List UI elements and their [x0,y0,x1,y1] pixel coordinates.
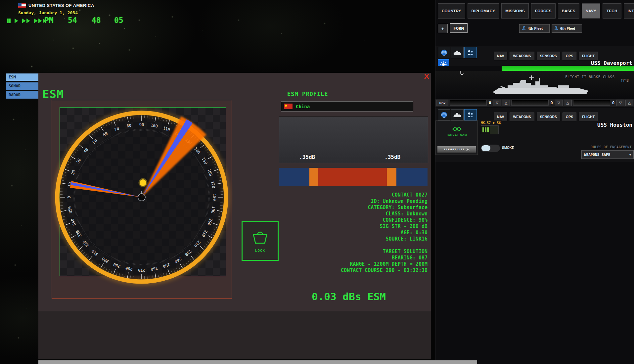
spinner-up-button[interactable]: △ [564,100,572,106]
spinner-slider[interactable] [511,100,548,106]
spinner-groups: 0 ▽ △ 0 ▽ △ [450,100,633,106]
ship-view-button[interactable] [451,47,464,58]
crew-button[interactable] [464,109,477,120]
spinner-down-button[interactable]: ▽ [555,100,563,106]
country-name: UNITED STATES OF AMERICA [28,3,94,8]
lock-target-button[interactable]: LOCK [242,221,279,261]
spinner-value: 0 [488,101,492,105]
add-group-button[interactable]: + [438,24,448,33]
crew-icon [467,112,475,118]
ammo-indicator [481,125,499,134]
spinner-value: 0 [611,101,615,105]
esm-window: X ESM 0102030405060708090100110120130140… [38,73,431,359]
eye-icon [452,126,462,132]
spinner-up-button[interactable]: △ [502,100,510,106]
ship-tab[interactable]: WEAPONS [510,113,534,121]
signal-bar-segment [387,168,396,186]
nav-mode-button[interactable] [438,109,450,120]
spinner-down-button[interactable]: ▽ [493,100,501,106]
spinner-slider[interactable] [573,100,610,106]
ship-name-houston: USS Houston [597,122,632,128]
contact-info-line: CONFIDENCE: 90% [269,217,428,223]
contact-info-block: CONTACT 0027ID: Unknown PendingCATEGORY:… [269,192,428,274]
spinner-down-button[interactable]: ▽ [616,100,624,106]
anchor-icon [554,26,559,31]
ship-tab[interactable]: OPS [563,52,576,60]
ship-class-text: FLIGHT II BURKE CLASS [565,75,615,79]
close-icon[interactable]: X [424,73,429,80]
contact-info-line: BEARING: 087 [269,255,428,261]
contact-info-line: CONTACT 0027 [269,192,428,198]
crew-button[interactable] [464,47,477,58]
ship-tab[interactable]: FLIGHT [579,52,598,60]
bearing-dial[interactable]: 0102030405060708090100110120130140150160… [47,103,236,292]
ship-tab[interactable]: NAV [494,52,507,60]
fleet-button-label: 6th Fleet [560,26,575,30]
ship-tabs-houston: NAVWEAPONSSENSORSOPSFLIGHT [494,113,598,121]
signal-bar-segment [309,168,318,186]
signal-spectrum-display: .35dB .35dB [279,116,428,163]
sensor-tab[interactable]: SONAR [6,82,38,90]
contact-info-line: RANGE - 1200M DEPTH = 200M [269,261,428,267]
fleet-button[interactable]: 6th Fleet [552,24,582,33]
spinner-up-button[interactable]: △ [625,100,633,106]
china-flag-icon [284,104,293,109]
contact-info-line: CONTACT COURSE 290 - 03:32:30 [269,267,428,274]
hook-icon [459,71,464,77]
target-list-button[interactable]: TARGET LIST [437,146,476,153]
contact-info-line: SIG STR - 200 dB [269,223,428,230]
game-screen: UNITED STATES OF AMERICA Sunday, January… [0,0,634,364]
db-readout-left: .35dB [299,154,315,160]
menu-button[interactable]: TECH [603,3,621,19]
contact-info-line: TARGET SOLUTION [269,249,428,255]
sensor-tab[interactable]: RADAR [6,91,38,99]
sensor-tab[interactable]: ESM [6,73,38,81]
ship-tab[interactable]: OPS [563,113,576,121]
ship-icon [453,50,462,56]
health-bar [502,66,634,71]
fast-forward-button[interactable] [22,19,30,23]
anchor-icon [521,26,526,31]
ship-tab[interactable]: WEAPONS [510,52,534,60]
contact-info-line: AGE: 0:30 [269,230,428,236]
smoke-toggle[interactable] [481,145,500,152]
menu-button[interactable]: MISSIONS [501,3,529,19]
db-readout-right: .35dB [385,154,400,160]
pause-button[interactable] [7,19,11,23]
target-list-label: TARGET LIST [444,148,465,151]
esm-window-title: ESM [42,87,64,101]
menu-button[interactable]: NAVY [582,3,600,19]
clock-hours: 54 [68,16,77,24]
ship-tab[interactable]: SENSORS [537,113,560,121]
svg-text:270: 270 [138,268,145,272]
ship-view-button[interactable] [451,109,464,120]
ship-tab[interactable]: SENSORS [537,52,560,60]
globe-icon [440,111,448,118]
ship-tab[interactable]: NAV [494,113,507,121]
menu-button[interactable]: BASES [558,3,579,19]
signal-bar-segment [396,168,428,186]
nav-mode-button[interactable] [438,47,450,58]
sensor-tabs: ESMSONARRADAR [6,73,38,99]
bottom-scrollbar[interactable] [38,360,477,364]
ship-tab[interactable]: FLIGHT [579,113,598,121]
clock-period: PM [44,16,54,24]
play-button[interactable] [15,19,18,23]
us-flag-icon [18,3,26,8]
menu-button[interactable]: DIPLOMACY [468,3,499,19]
menu-button[interactable]: FORCES [531,3,556,19]
menu-button[interactable]: COUNTRY [438,3,465,19]
menu-button[interactable]: INTEL [624,3,634,19]
signal-strength-bar [279,168,428,186]
target-cam-panel[interactable]: TARGET CAM TARGET LIST [435,120,478,155]
spinner-slider[interactable] [450,100,487,106]
fleet-button[interactable]: 4th Fleet [519,24,550,33]
basket-icon [250,229,270,245]
emitter-country-select[interactable]: China [281,101,413,112]
svg-text:90: 90 [139,122,144,127]
gear-icon [466,148,470,151]
crew-icon [467,50,475,56]
form-fleet-button[interactable]: FORM [450,23,468,33]
ammo-cells [481,126,490,134]
roe-select[interactable]: WEAPONS SAFE ▾ [581,150,634,159]
